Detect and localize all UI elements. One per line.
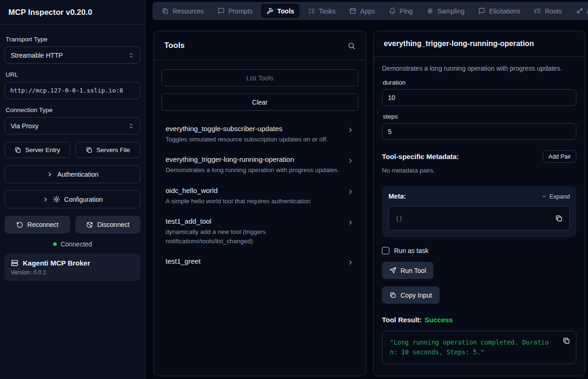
hammer-icon — [267, 7, 274, 14]
chat-icon — [218, 7, 225, 14]
reconnect-label: Reconnect — [27, 221, 59, 228]
meta-json-value: {} — [395, 215, 403, 222]
tools-panel-body: List Tools Clear everything_toggle-subsc… — [154, 60, 366, 286]
tab-label: Elicitations — [489, 7, 520, 15]
tab-label: Apps — [360, 7, 375, 15]
url-label: URL — [6, 71, 140, 78]
servers-file-label: Servers File — [96, 146, 130, 153]
tab-ping[interactable]: Ping — [383, 4, 418, 18]
gear-icon — [53, 196, 60, 203]
disconnect-label: Disconnect — [97, 221, 129, 228]
tool-list-item[interactable]: test1_add_tool dynamically add a new too… — [166, 217, 354, 246]
servers-file-button[interactable]: Servers File — [75, 142, 141, 158]
pages-icon — [162, 7, 169, 14]
tab-label: Tools — [277, 7, 294, 15]
steps-input[interactable] — [382, 123, 576, 140]
status-text: Connected — [60, 240, 92, 248]
tree-icon — [534, 7, 541, 14]
tab-label: Sampling — [437, 7, 464, 15]
tool-detail-panel: everything_trigger-long-running-operatio… — [373, 31, 585, 376]
expand-toggle[interactable]: Expand — [541, 193, 570, 200]
clear-button[interactable]: Clear — [161, 93, 358, 111]
configuration-toggle[interactable]: Configuration — [5, 190, 140, 208]
disconnect-button[interactable]: Disconnect — [75, 216, 141, 233]
authentication-label: Authentication — [57, 171, 99, 178]
select-chevrons-icon — [128, 52, 134, 59]
tab-auth[interactable]: Auth — [570, 4, 588, 18]
transport-type-select[interactable]: Streamable HTTP — [5, 47, 140, 64]
copy-icon — [86, 146, 93, 153]
tab-roots[interactable]: Roots — [528, 4, 568, 18]
tab-tools[interactable]: Tools — [261, 4, 300, 18]
meta-label: Meta: — [388, 193, 406, 200]
detail-panel-header: everything_trigger-long-running-operatio… — [374, 31, 585, 57]
no-metadata-text: No metadata pairs. — [382, 167, 576, 174]
server-entry-label: Server Entry — [25, 146, 60, 153]
chevron-right-icon — [347, 157, 354, 164]
tool-list-item[interactable]: everything_trigger-long-running-operatio… — [166, 155, 354, 175]
select-chevrons-icon — [128, 123, 134, 129]
run-as-task-label: Run as task — [394, 247, 428, 254]
search-icon[interactable] — [347, 42, 355, 50]
connection-buttons-row: Reconnect Disconnect — [5, 216, 140, 233]
tab-label: Roots — [545, 7, 562, 15]
authentication-toggle[interactable]: Authentication — [5, 165, 140, 183]
run-as-task-row[interactable]: Run as task — [382, 247, 576, 254]
configuration-label: Configuration — [64, 196, 103, 203]
tool-list-item[interactable]: everything_toggle-subscriber-updates Tog… — [166, 125, 354, 144]
tool-list-item[interactable]: test1_greet — [166, 257, 354, 266]
chevron-down-icon — [541, 193, 547, 199]
meta-json-box: {} — [388, 206, 570, 231]
tab-label: Tasks — [319, 7, 335, 15]
run-tool-button[interactable]: Run Tool — [382, 262, 434, 279]
list-tools-button[interactable]: List Tools — [161, 69, 358, 86]
tool-detail-description: Demonstrates a long running operation wi… — [382, 65, 576, 72]
top-tab-bar: Resources Prompts Tools Tasks Apps Ping … — [153, 2, 588, 20]
add-pair-button[interactable]: Add Pair — [543, 150, 576, 163]
bell-icon — [389, 7, 396, 14]
tab-apps[interactable]: Apps — [344, 4, 381, 18]
send-icon — [389, 267, 396, 274]
duration-input[interactable] — [382, 89, 576, 106]
copy-input-button[interactable]: Copy Input — [382, 286, 440, 304]
copy-icon[interactable] — [562, 337, 570, 345]
run-as-task-checkbox[interactable] — [382, 247, 389, 254]
meta-card: Meta: Expand {} — [382, 186, 576, 237]
result-box: "Long running operation completed. Durat… — [382, 331, 576, 364]
tab-resources[interactable]: Resources — [156, 4, 209, 18]
tool-name: test1_add_tool — [166, 217, 342, 225]
tools-panel-title: Tools — [164, 41, 185, 50]
tab-prompts[interactable]: Prompts — [212, 4, 258, 18]
status-dot — [53, 242, 57, 246]
reconnect-button[interactable]: Reconnect — [5, 216, 70, 233]
url-input[interactable] — [5, 82, 140, 99]
tab-elicitations[interactable]: Elicitations — [473, 4, 526, 18]
tab-label: Ping — [400, 7, 413, 15]
server-info-card: Kagenti MCP Broker Version: 0.0.1 — [5, 253, 140, 281]
chevron-right-icon — [347, 126, 354, 133]
tab-sampling[interactable]: Sampling — [421, 4, 470, 18]
tool-list-item[interactable]: oidc_hello_world A simple hello world to… — [166, 186, 354, 206]
tool-name: oidc_hello_world — [166, 186, 342, 194]
tab-label: Resources — [173, 7, 204, 15]
app-title: MCP Inspector v0.20.0 — [0, 0, 145, 25]
tab-tasks[interactable]: Tasks — [302, 4, 341, 18]
chevron-right-icon — [347, 259, 354, 266]
list-checks-icon — [308, 7, 315, 14]
server-entry-button[interactable]: Server Entry — [5, 142, 70, 158]
hash-icon — [427, 7, 434, 14]
tool-description: dynamically add a new tool (triggers not… — [166, 227, 342, 246]
chevron-right-icon — [42, 196, 49, 203]
rotate-off-icon — [86, 221, 93, 228]
tools-list-panel: Tools List Tools Clear everything_toggle… — [154, 31, 366, 376]
tool-description: Toggles simulated resource subscription … — [166, 135, 342, 144]
tools-panel-header: Tools — [154, 31, 366, 60]
connection-type-select[interactable]: Via Proxy — [5, 117, 140, 134]
tool-description: Demonstrates a long running operation wi… — [166, 166, 342, 175]
detail-panel-body: Demonstrates a long running operation wi… — [374, 57, 585, 372]
sidebar: MCP Inspector v0.20.0 Transport Type Str… — [0, 0, 146, 379]
window-icon — [349, 7, 356, 14]
server-buttons-row: Server Entry Servers File — [5, 142, 140, 158]
server-version: Version: 0.0.1 — [11, 269, 134, 276]
copy-icon[interactable] — [555, 214, 563, 222]
